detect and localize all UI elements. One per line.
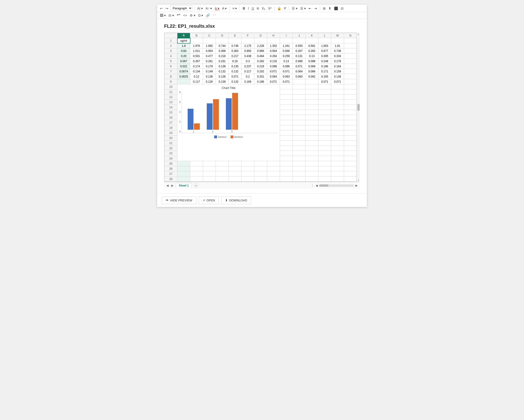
cell-A2[interactable]: 1.8 (177, 43, 190, 48)
cell-N10[interactable] (344, 84, 357, 89)
divider-button[interactable]: ⁻⁻ (212, 13, 217, 18)
cell-F3[interactable]: 0.893 (242, 48, 254, 54)
cell-L20[interactable] (318, 135, 331, 141)
cell-A6[interactable]: 0.022 (177, 64, 190, 69)
cell-L23[interactable] (318, 151, 331, 156)
cell-N7[interactable] (344, 69, 357, 74)
cell-E25[interactable] (229, 161, 242, 166)
cell-I19[interactable] (280, 130, 293, 135)
cell-J12[interactable] (293, 94, 306, 100)
cell-H25[interactable] (267, 161, 280, 166)
cell-K28[interactable] (306, 176, 318, 182)
text-format-button[interactable]: T (283, 6, 287, 11)
cell-E6[interactable]: 0.135 (229, 64, 242, 69)
cell-K5[interactable]: 0.088 (306, 59, 318, 64)
cell-K8[interactable]: 0.062 (306, 74, 318, 79)
cell-K26[interactable] (306, 166, 318, 171)
col-header-F[interactable]: F (242, 33, 254, 38)
cell-H1[interactable] (267, 38, 280, 43)
vertical-scrollbar[interactable]: ▲ ▼ (357, 33, 360, 182)
cell-J10[interactable] (293, 84, 306, 89)
cell-J20[interactable] (293, 135, 306, 141)
scroll-thumb-v[interactable] (357, 104, 360, 111)
cell-J18[interactable] (293, 125, 306, 130)
col-header-H[interactable]: H (267, 33, 280, 38)
cell-N16[interactable] (344, 115, 357, 120)
cell-H3[interactable]: 0.564 (267, 48, 280, 54)
cell-J6[interactable]: 0.071 (293, 64, 306, 69)
cell-B8[interactable]: 0.12 (190, 74, 203, 79)
scroll-thumb-h[interactable] (319, 185, 328, 187)
cell-A25[interactable] (177, 161, 190, 166)
cell-J25[interactable] (293, 161, 306, 166)
cell-H27[interactable] (267, 171, 280, 176)
cell-K7[interactable]: 0.066 (306, 69, 318, 74)
cell-L21[interactable] (318, 141, 331, 146)
cell-A1[interactable]: ug/ml (177, 38, 190, 43)
cell-G27[interactable] (254, 171, 267, 176)
indent-inc-button[interactable]: ⇥ (313, 6, 318, 11)
cell-N12[interactable] (344, 94, 357, 100)
cell-L3[interactable]: 0.677 (318, 48, 331, 54)
cell-J8[interactable]: 0.063 (293, 74, 306, 79)
ai-button[interactable]: AI ▾ (196, 6, 204, 11)
cell-L8[interactable]: 0.165 (318, 74, 331, 79)
cell-K4[interactable]: 0.13 (306, 54, 318, 59)
sheet-tab-1[interactable]: Sheet 1 (176, 183, 192, 188)
cell-L10[interactable] (318, 84, 331, 89)
cell-N4[interactable] (344, 54, 357, 59)
cell-J16[interactable] (293, 115, 306, 120)
cell-L6[interactable]: 0.186 (318, 64, 331, 69)
cell-K2[interactable]: 0.581 (306, 43, 318, 48)
cell-A5[interactable]: 0.067 (177, 59, 190, 64)
cell-L22[interactable] (318, 146, 331, 151)
cell-N26[interactable] (344, 166, 357, 171)
cell-G28[interactable] (254, 176, 267, 182)
cell-J4[interactable]: 0.131 (293, 54, 306, 59)
cell-D4[interactable]: 0.218 (216, 54, 229, 59)
cell-C1[interactable] (203, 38, 216, 43)
cell-A26[interactable] (177, 166, 190, 171)
cell-L4[interactable]: 0.305 (318, 54, 331, 59)
cell-M23[interactable] (331, 151, 344, 156)
cell-K24[interactable] (306, 156, 318, 161)
cell-M1[interactable] (331, 38, 344, 43)
cell-K1[interactable] (306, 38, 318, 43)
cell-M26[interactable] (331, 166, 344, 171)
list-ul-button[interactable]: ☰ ▾ (291, 6, 298, 11)
cell-E4[interactable]: 0.217 (229, 54, 242, 59)
cell-M20[interactable] (331, 135, 344, 141)
scroll-down-button[interactable]: ▼ (358, 179, 359, 181)
cell-N9[interactable] (344, 79, 357, 84)
cell-J14[interactable] (293, 105, 306, 110)
cell-H2[interactable]: 1.352 (267, 43, 280, 48)
cell-D8[interactable]: 0.136 (216, 74, 229, 79)
redo-button[interactable]: ↪ (165, 6, 169, 11)
cell-J2[interactable]: 0.593 (293, 43, 306, 48)
cell-A8[interactable]: 0.0025 (177, 74, 190, 79)
cell-D9[interactable]: 0.139 (216, 79, 229, 84)
cell-N11[interactable] (344, 89, 357, 94)
cell-D1[interactable] (216, 38, 229, 43)
cell-F4[interactable]: 0.438 (242, 54, 254, 59)
cell-H28[interactable] (267, 176, 280, 182)
cell-N18[interactable] (344, 125, 357, 130)
cell-F5[interactable]: 0.3 (242, 59, 254, 64)
download-button[interactable]: ⬇ DOWNLOAD (221, 196, 251, 204)
col-header-K[interactable]: K (306, 33, 318, 38)
cell-I8[interactable]: 0.063 (280, 74, 293, 79)
cell-E7[interactable]: 0.132 (229, 69, 242, 74)
cell-N20[interactable] (344, 135, 357, 141)
cell-A9[interactable] (177, 79, 190, 84)
horizontal-scrollbar[interactable] (319, 185, 354, 187)
cell-L26[interactable] (318, 166, 331, 171)
cell-L16[interactable] (318, 115, 331, 120)
cell-K12[interactable] (306, 94, 318, 100)
col-header-C[interactable]: C (203, 33, 216, 38)
cell-J3[interactable]: 0.267 (293, 48, 306, 54)
cell-I9[interactable]: 0.071 (280, 79, 293, 84)
cell-I15[interactable] (280, 110, 293, 115)
font-grow-button[interactable]: A↑ ▾ (205, 6, 213, 11)
cell-B26[interactable] (190, 166, 203, 171)
more-options-button[interactable]: ⋮ (310, 184, 314, 188)
